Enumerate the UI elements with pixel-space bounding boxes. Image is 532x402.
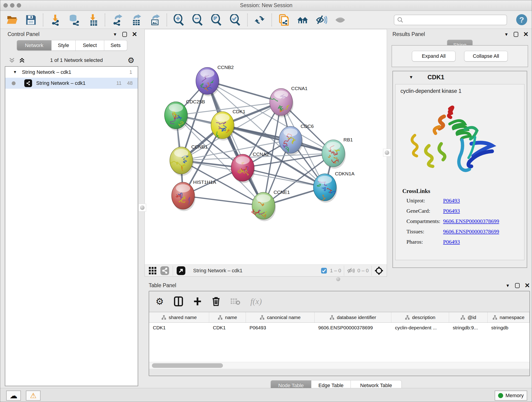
results-panel: Results Panel ▾ ✕ String Expand All Coll… xyxy=(390,31,530,280)
gene-entry-header[interactable]: ▼ CDK1 xyxy=(393,71,527,83)
help-button[interactable]: ? xyxy=(516,14,527,25)
float-panel-icon[interactable] xyxy=(514,32,518,37)
column-header-namespace[interactable]: namespace xyxy=(488,312,530,322)
export-network-button[interactable] xyxy=(111,14,123,26)
tab-select[interactable]: Select xyxy=(76,40,104,51)
refresh-view-button[interactable] xyxy=(254,14,266,26)
collapse-all-icon[interactable] xyxy=(8,57,15,63)
import-table-file-button[interactable] xyxy=(87,14,99,26)
collapse-all-button[interactable]: Collapse All xyxy=(464,51,508,61)
minimize-window-button[interactable] xyxy=(10,3,14,7)
network-node-CDC25B[interactable]: CDC25B xyxy=(165,99,205,131)
crosslink-link[interactable]: P06493 xyxy=(443,198,460,204)
function-builder-button[interactable]: f(x) xyxy=(250,297,262,306)
column-header-shared-name[interactable]: shared name xyxy=(149,312,209,322)
center-view-icon[interactable] xyxy=(374,266,384,275)
column-header-database-identifier[interactable]: database identifier xyxy=(315,312,391,322)
network-node-CCNA2[interactable]: CCNA2 xyxy=(231,152,269,183)
collapse-panel-icon[interactable]: ▾ xyxy=(506,283,509,288)
collapse-panel-icon[interactable]: ▾ xyxy=(505,32,507,37)
string-view-badge-icon[interactable] xyxy=(160,266,169,275)
hide-selected-button[interactable] xyxy=(316,14,327,26)
network-canvas[interactable]: CCNB2CCNA1CDC25BCDK1CDC6RB1CCNB1CCNA2CDK… xyxy=(145,29,387,264)
zoom-fit-button[interactable] xyxy=(210,14,222,26)
network-row[interactable]: String Network – cdk1 11 48 xyxy=(5,78,138,89)
close-panel-icon[interactable]: ✕ xyxy=(525,282,530,289)
zoom-window-button[interactable] xyxy=(17,3,21,7)
delete-table-button[interactable] xyxy=(230,298,240,305)
column-header-canonical-name[interactable]: canonical name xyxy=(246,312,315,322)
network-node-HIST1H1A[interactable]: HIST1H1A xyxy=(172,179,216,211)
zoom-in-button[interactable] xyxy=(173,14,185,26)
tab-network[interactable]: Network xyxy=(17,40,51,51)
network-options-gear-icon[interactable]: ⚙ xyxy=(128,56,134,65)
warnings-button[interactable]: ⚠ xyxy=(26,390,41,401)
import-network-file-button[interactable] xyxy=(49,14,61,26)
expander-triangle-icon[interactable]: ▼ xyxy=(409,75,413,80)
memory-button[interactable]: Memory xyxy=(495,390,527,401)
network-collection-row[interactable]: ▼ String Network – cdk1 1 xyxy=(5,67,138,78)
network-node-CCNB1[interactable]: CCNB1 xyxy=(170,144,208,176)
gene-entry-panel: ▼ CDK1 cyclin-dependent kinase 1 xyxy=(393,71,527,268)
clone-network-button[interactable] xyxy=(278,14,290,26)
add-column-button[interactable] xyxy=(193,296,202,306)
left-splitter-handle[interactable] xyxy=(138,204,146,211)
zoom-out-button[interactable] xyxy=(192,14,204,26)
float-panel-icon[interactable] xyxy=(515,283,520,288)
hidden-eye-icon[interactable] xyxy=(347,267,355,274)
cloud-status-button[interactable]: ☁ xyxy=(6,390,21,401)
toolbar-search[interactable] xyxy=(394,15,507,25)
show-columns-button[interactable] xyxy=(174,296,183,306)
birds-eye-toggle-button[interactable] xyxy=(148,267,157,275)
expand-all-button[interactable]: Expand All xyxy=(412,51,456,61)
delete-column-button[interactable] xyxy=(212,296,220,306)
network-node-CDKN1A[interactable]: CDKN1A xyxy=(313,171,355,203)
tab-style[interactable]: Style xyxy=(51,40,76,51)
show-all-button[interactable] xyxy=(334,14,346,26)
table-options-gear-icon[interactable]: ⚙ xyxy=(156,296,164,307)
save-session-button[interactable] xyxy=(25,14,37,26)
gene-description: cyclin-dependent kinase 1 xyxy=(395,84,524,94)
import-network-database-button[interactable] xyxy=(68,14,80,26)
column-header-@id[interactable]: @id xyxy=(449,312,488,322)
control-panel-title: Control Panel xyxy=(7,31,39,37)
crosslink-label: Tissues: xyxy=(406,229,443,235)
column-header-name[interactable]: name xyxy=(209,312,246,322)
detach-view-button[interactable] xyxy=(177,266,185,275)
control-panel-tabs: Network Style Select Sets xyxy=(17,40,127,51)
scrollbar-thumb[interactable] xyxy=(152,363,223,368)
expand-all-icon[interactable] xyxy=(19,57,25,63)
table-row[interactable]: CDK1CDK1P064939606.ENSP00000378699cyclin… xyxy=(149,323,530,333)
network-node-CCNE1[interactable]: CCNE1 xyxy=(252,190,290,221)
crosslink-link[interactable]: P06493 xyxy=(443,239,460,245)
zoom-selected-button[interactable] xyxy=(229,14,241,26)
export-table-button[interactable] xyxy=(130,14,142,26)
right-splitter-handle[interactable] xyxy=(383,149,391,157)
search-input[interactable] xyxy=(404,17,507,23)
column-header-description[interactable]: description xyxy=(391,312,449,322)
close-panel-icon[interactable]: ✕ xyxy=(132,31,137,38)
collapse-panel-icon[interactable]: ▾ xyxy=(114,32,116,37)
float-panel-icon[interactable] xyxy=(122,32,127,37)
selected-checkbox-icon[interactable] xyxy=(321,268,327,274)
node-label: CDC6 xyxy=(301,123,314,129)
zoom-selected-icon xyxy=(230,14,241,26)
network-node-CCNB2[interactable]: CCNB2 xyxy=(196,65,234,96)
network-node-CCNA1[interactable]: CCNA1 xyxy=(270,86,307,117)
close-window-button[interactable] xyxy=(3,3,8,7)
network-node-RB1[interactable]: RB1 xyxy=(322,137,353,169)
expander-triangle-icon[interactable]: ▼ xyxy=(13,70,17,75)
open-session-button[interactable] xyxy=(6,14,18,26)
toolbar-separator xyxy=(344,266,344,276)
export-image-button[interactable] xyxy=(149,14,161,26)
horizontal-scrollbar[interactable] xyxy=(149,362,530,369)
close-panel-icon[interactable]: ✕ xyxy=(523,31,529,38)
hidden-counts: 0 – 0 xyxy=(357,268,369,274)
tab-sets[interactable]: Sets xyxy=(104,40,127,51)
eye-slash-icon xyxy=(316,14,327,26)
crosslink-link[interactable]: 9606.ENSP00000378699 xyxy=(443,229,499,235)
bottom-splitter-handle[interactable] xyxy=(336,277,340,281)
crosslink-link[interactable]: P06493 xyxy=(443,208,460,214)
crosslink-link[interactable]: 9606.ENSP00000378699 xyxy=(443,218,499,224)
first-neighbors-button[interactable] xyxy=(297,14,309,26)
